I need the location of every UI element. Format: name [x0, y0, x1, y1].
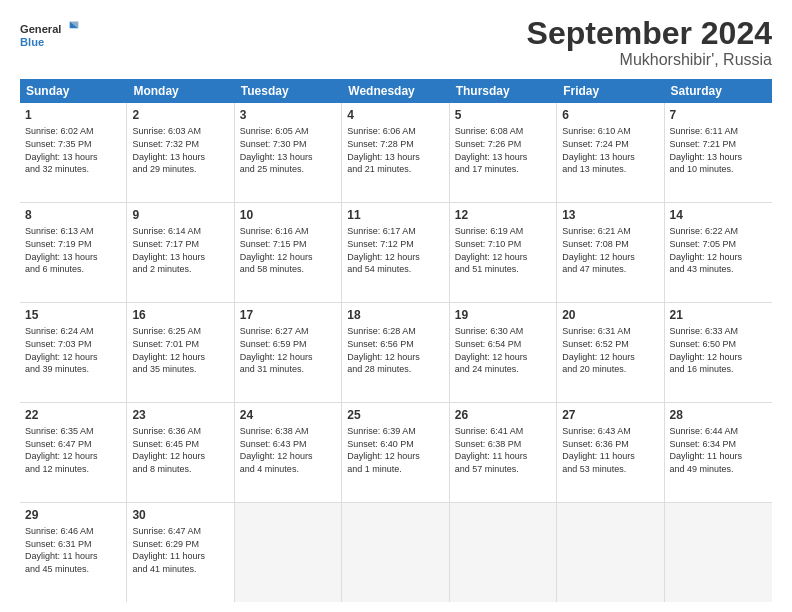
- day-cell-25: 25Sunrise: 6:39 AMSunset: 6:40 PMDayligh…: [342, 403, 449, 502]
- svg-text:Blue: Blue: [20, 36, 44, 48]
- day-cell-3: 3Sunrise: 6:05 AMSunset: 7:30 PMDaylight…: [235, 103, 342, 202]
- day-cell-8: 8Sunrise: 6:13 AMSunset: 7:19 PMDaylight…: [20, 203, 127, 302]
- day-number: 12: [455, 207, 551, 223]
- day-info: Sunrise: 6:33 AMSunset: 6:50 PMDaylight:…: [670, 325, 767, 375]
- day-cell-19: 19Sunrise: 6:30 AMSunset: 6:54 PMDayligh…: [450, 303, 557, 402]
- day-number: 25: [347, 407, 443, 423]
- calendar-row-3: 15Sunrise: 6:24 AMSunset: 7:03 PMDayligh…: [20, 303, 772, 403]
- day-number: 23: [132, 407, 228, 423]
- day-cell-18: 18Sunrise: 6:28 AMSunset: 6:56 PMDayligh…: [342, 303, 449, 402]
- empty-cell: [450, 503, 557, 602]
- day-info: Sunrise: 6:36 AMSunset: 6:45 PMDaylight:…: [132, 425, 228, 475]
- day-info: Sunrise: 6:05 AMSunset: 7:30 PMDaylight:…: [240, 125, 336, 175]
- day-cell-7: 7Sunrise: 6:11 AMSunset: 7:21 PMDaylight…: [665, 103, 772, 202]
- day-info: Sunrise: 6:39 AMSunset: 6:40 PMDaylight:…: [347, 425, 443, 475]
- day-number: 19: [455, 307, 551, 323]
- day-cell-11: 11Sunrise: 6:17 AMSunset: 7:12 PMDayligh…: [342, 203, 449, 302]
- day-cell-17: 17Sunrise: 6:27 AMSunset: 6:59 PMDayligh…: [235, 303, 342, 402]
- day-info: Sunrise: 6:22 AMSunset: 7:05 PMDaylight:…: [670, 225, 767, 275]
- header-day-monday: Monday: [127, 79, 234, 103]
- day-info: Sunrise: 6:28 AMSunset: 6:56 PMDaylight:…: [347, 325, 443, 375]
- header: General Blue September 2024 Mukhorshibir…: [20, 16, 772, 69]
- calendar-row-1: 1Sunrise: 6:02 AMSunset: 7:35 PMDaylight…: [20, 103, 772, 203]
- header-day-sunday: Sunday: [20, 79, 127, 103]
- day-number: 21: [670, 307, 767, 323]
- day-cell-23: 23Sunrise: 6:36 AMSunset: 6:45 PMDayligh…: [127, 403, 234, 502]
- day-number: 10: [240, 207, 336, 223]
- day-cell-20: 20Sunrise: 6:31 AMSunset: 6:52 PMDayligh…: [557, 303, 664, 402]
- day-cell-14: 14Sunrise: 6:22 AMSunset: 7:05 PMDayligh…: [665, 203, 772, 302]
- day-cell-12: 12Sunrise: 6:19 AMSunset: 7:10 PMDayligh…: [450, 203, 557, 302]
- day-cell-9: 9Sunrise: 6:14 AMSunset: 7:17 PMDaylight…: [127, 203, 234, 302]
- empty-cell: [665, 503, 772, 602]
- day-number: 4: [347, 107, 443, 123]
- day-number: 28: [670, 407, 767, 423]
- logo: General Blue: [20, 16, 80, 56]
- day-info: Sunrise: 6:06 AMSunset: 7:28 PMDaylight:…: [347, 125, 443, 175]
- day-number: 1: [25, 107, 121, 123]
- day-info: Sunrise: 6:03 AMSunset: 7:32 PMDaylight:…: [132, 125, 228, 175]
- day-number: 7: [670, 107, 767, 123]
- day-number: 30: [132, 507, 228, 523]
- empty-cell: [557, 503, 664, 602]
- day-number: 2: [132, 107, 228, 123]
- logo-svg: General Blue: [20, 16, 80, 56]
- day-info: Sunrise: 6:11 AMSunset: 7:21 PMDaylight:…: [670, 125, 767, 175]
- day-info: Sunrise: 6:25 AMSunset: 7:01 PMDaylight:…: [132, 325, 228, 375]
- day-cell-2: 2Sunrise: 6:03 AMSunset: 7:32 PMDaylight…: [127, 103, 234, 202]
- day-number: 24: [240, 407, 336, 423]
- day-info: Sunrise: 6:02 AMSunset: 7:35 PMDaylight:…: [25, 125, 121, 175]
- day-number: 5: [455, 107, 551, 123]
- header-day-saturday: Saturday: [665, 79, 772, 103]
- header-day-tuesday: Tuesday: [235, 79, 342, 103]
- day-info: Sunrise: 6:38 AMSunset: 6:43 PMDaylight:…: [240, 425, 336, 475]
- calendar: SundayMondayTuesdayWednesdayThursdayFrid…: [20, 79, 772, 602]
- day-number: 20: [562, 307, 658, 323]
- title-block: September 2024 Mukhorshibir', Russia: [527, 16, 772, 69]
- day-info: Sunrise: 6:31 AMSunset: 6:52 PMDaylight:…: [562, 325, 658, 375]
- day-cell-26: 26Sunrise: 6:41 AMSunset: 6:38 PMDayligh…: [450, 403, 557, 502]
- day-cell-27: 27Sunrise: 6:43 AMSunset: 6:36 PMDayligh…: [557, 403, 664, 502]
- day-cell-22: 22Sunrise: 6:35 AMSunset: 6:47 PMDayligh…: [20, 403, 127, 502]
- day-number: 15: [25, 307, 121, 323]
- day-cell-16: 16Sunrise: 6:25 AMSunset: 7:01 PMDayligh…: [127, 303, 234, 402]
- day-number: 16: [132, 307, 228, 323]
- day-number: 17: [240, 307, 336, 323]
- header-day-friday: Friday: [557, 79, 664, 103]
- day-info: Sunrise: 6:08 AMSunset: 7:26 PMDaylight:…: [455, 125, 551, 175]
- day-cell-1: 1Sunrise: 6:02 AMSunset: 7:35 PMDaylight…: [20, 103, 127, 202]
- calendar-body: 1Sunrise: 6:02 AMSunset: 7:35 PMDaylight…: [20, 103, 772, 602]
- day-info: Sunrise: 6:47 AMSunset: 6:29 PMDaylight:…: [132, 525, 228, 575]
- day-number: 3: [240, 107, 336, 123]
- day-number: 22: [25, 407, 121, 423]
- svg-text:General: General: [20, 23, 61, 35]
- day-info: Sunrise: 6:44 AMSunset: 6:34 PMDaylight:…: [670, 425, 767, 475]
- empty-cell: [235, 503, 342, 602]
- day-number: 27: [562, 407, 658, 423]
- day-number: 14: [670, 207, 767, 223]
- day-cell-5: 5Sunrise: 6:08 AMSunset: 7:26 PMDaylight…: [450, 103, 557, 202]
- day-number: 9: [132, 207, 228, 223]
- day-cell-28: 28Sunrise: 6:44 AMSunset: 6:34 PMDayligh…: [665, 403, 772, 502]
- empty-cell: [342, 503, 449, 602]
- day-info: Sunrise: 6:21 AMSunset: 7:08 PMDaylight:…: [562, 225, 658, 275]
- calendar-header: SundayMondayTuesdayWednesdayThursdayFrid…: [20, 79, 772, 103]
- calendar-row-2: 8Sunrise: 6:13 AMSunset: 7:19 PMDaylight…: [20, 203, 772, 303]
- day-number: 29: [25, 507, 121, 523]
- day-info: Sunrise: 6:43 AMSunset: 6:36 PMDaylight:…: [562, 425, 658, 475]
- day-info: Sunrise: 6:24 AMSunset: 7:03 PMDaylight:…: [25, 325, 121, 375]
- day-number: 18: [347, 307, 443, 323]
- day-info: Sunrise: 6:30 AMSunset: 6:54 PMDaylight:…: [455, 325, 551, 375]
- day-info: Sunrise: 6:41 AMSunset: 6:38 PMDaylight:…: [455, 425, 551, 475]
- location: Mukhorshibir', Russia: [527, 51, 772, 69]
- day-cell-4: 4Sunrise: 6:06 AMSunset: 7:28 PMDaylight…: [342, 103, 449, 202]
- day-number: 26: [455, 407, 551, 423]
- header-day-wednesday: Wednesday: [342, 79, 449, 103]
- day-number: 13: [562, 207, 658, 223]
- day-cell-13: 13Sunrise: 6:21 AMSunset: 7:08 PMDayligh…: [557, 203, 664, 302]
- day-info: Sunrise: 6:27 AMSunset: 6:59 PMDaylight:…: [240, 325, 336, 375]
- day-cell-29: 29Sunrise: 6:46 AMSunset: 6:31 PMDayligh…: [20, 503, 127, 602]
- day-cell-15: 15Sunrise: 6:24 AMSunset: 7:03 PMDayligh…: [20, 303, 127, 402]
- calendar-row-4: 22Sunrise: 6:35 AMSunset: 6:47 PMDayligh…: [20, 403, 772, 503]
- day-info: Sunrise: 6:14 AMSunset: 7:17 PMDaylight:…: [132, 225, 228, 275]
